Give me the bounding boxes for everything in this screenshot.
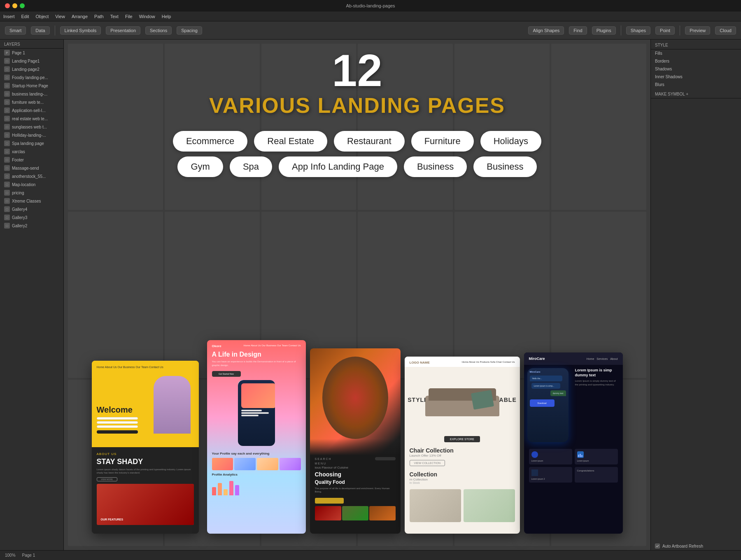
design-profile-text: Your Profile say each and everything [207,449,306,458]
toolbar-sections[interactable]: Sections [145,26,172,35]
minimize-button[interactable] [12,3,17,8]
layer-application[interactable]: □ Application-sell-I... [0,106,63,114]
layer-anotherstock[interactable]: □ anotherstock_55... [0,172,63,180]
layer-business[interactable]: □ business landing-... [0,90,63,98]
tag-business2[interactable]: Business [473,156,536,177]
menu-view[interactable]: View [55,14,65,19]
tag-gym[interactable]: Gym [177,156,223,177]
tag-app-info[interactable]: App Info Landing Page [279,156,397,177]
layer-gallery3[interactable]: □ Gallery3 [0,213,63,222]
menu-insert[interactable]: Insert [3,14,15,19]
close-button[interactable] [5,3,10,8]
layer-realestate[interactable]: □ real estate web te... [0,114,63,123]
tag-spa[interactable]: Spa [230,156,272,177]
menu-help[interactable]: Help [162,14,171,19]
card-furniture[interactable]: LOGO NAME Home About Us Products Sofa Ch… [405,357,520,534]
hero-subtitle: VARIOUS LANDING PAGES [72,93,642,118]
card-app[interactable]: MiroCare Home Services About MiroCare He… [524,352,623,534]
canvas-area[interactable]: 12 VARIOUS LANDING PAGES Ecommerce Real … [64,40,650,550]
submit-button[interactable] [97,430,138,434]
toolbar-preview[interactable]: Preview [685,26,710,35]
toolbar-find[interactable]: Find [569,26,587,35]
form-field-3[interactable] [97,425,138,428]
toolbar-shapes[interactable]: Shapes [626,26,650,35]
phone-line3 [241,415,259,416]
layer-spa[interactable]: □ Spa landing page [0,139,63,147]
app-cta-btn[interactable]: Download [530,399,555,407]
artboard-icon: □ [4,75,10,80]
right-panel-make-symbol[interactable]: MAKE SYMBOL + [651,89,741,98]
artboard-icon: □ [4,58,10,64]
right-panel-fills[interactable]: Fills [651,49,741,57]
card-gym-spa[interactable]: Home About Us Our Business Our Team Cont… [92,361,199,534]
artboard-icon: □ [4,124,10,130]
card-design[interactable]: Okore Home About Us Our Business Our Tea… [207,340,306,534]
menu-object[interactable]: Object [35,14,49,19]
search-bar[interactable] [375,457,396,460]
layer-sunglasses[interactable]: □ sunglasses web t... [0,123,63,131]
right-panel-shadows[interactable]: Shadows [651,65,741,73]
design-phone [238,380,275,446]
food-image [310,348,401,455]
form-field-2[interactable] [97,421,138,424]
layer-landing1[interactable]: □ Landing Page1 [0,57,63,65]
explore-store-button[interactable]: EXPLORE STORE [444,436,480,442]
tag-restaurant[interactable]: Restaurant [334,131,405,152]
layer-xtreme[interactable]: □ Xtreme Classes [0,197,63,205]
toolbar-cloud[interactable]: Cloud [715,26,736,35]
auto-refresh-checkbox[interactable] [655,544,660,548]
layer-map[interactable]: □ Map-location [0,180,63,189]
menu-window[interactable]: Window [139,14,155,19]
layer-xarclas[interactable]: □ xarclas [0,147,63,156]
menu-file[interactable]: File [125,14,133,19]
view-more-button[interactable]: VIEW MORE [97,477,117,481]
toolbar-point[interactable]: Point [655,26,675,35]
right-panel-inner-shadows[interactable]: Inner Shadows [651,73,741,81]
layer-gallery2[interactable]: □ Gallery2 [0,222,63,230]
bubble-1: Hello the... [530,376,562,381]
layer-label: Landing Page1 [12,59,40,63]
menu-arrange[interactable]: Arrange [72,14,88,19]
layer-footer[interactable]: □ Footer [0,156,63,164]
layer-page1[interactable]: P Page 1 [0,49,63,57]
design-cta-button[interactable]: Get Started Now [212,371,241,377]
artboard-icon: □ [4,149,10,154]
tag-holidays[interactable]: Holidays [480,131,541,152]
toolbar-data[interactable]: Data [31,26,49,35]
form-field-1[interactable] [97,417,138,420]
layer-label: xarclas [12,149,25,154]
layer-massage[interactable]: □ Massage-send [0,164,63,172]
card-food[interactable]: SEARCH MENU ious Flavour of Cuisine Choo… [310,348,401,534]
food-cta-button[interactable] [315,498,344,504]
layer-holiday[interactable]: □ Holliday-landing-... [0,131,63,139]
layer-gallery4[interactable]: □ Gallery4 [0,205,63,213]
menu-path[interactable]: Path [94,14,104,19]
toolbar-align-shapes[interactable]: Align Shapes [528,26,564,35]
layer-furniture[interactable]: □ furniture web te... [0,98,63,106]
tag-ecommerce[interactable]: Ecommerce [173,131,247,152]
tag-furniture[interactable]: Furniture [411,131,474,152]
layer-foodiy[interactable]: □ Foodiy landing-pe... [0,73,63,82]
right-panel-blurs[interactable]: Blurs [651,81,741,89]
menu-edit[interactable]: Edit [21,14,29,19]
artboard-icon: □ [4,215,10,220]
right-panel-borders[interactable]: Borders [651,57,741,65]
artboard-icon: □ [4,173,10,179]
toolbar-smart[interactable]: Smart [5,26,26,35]
tag-business1[interactable]: Business [404,156,467,177]
toolbar-plugins[interactable]: Plugins [592,26,616,35]
toolbar-linked-symbols[interactable]: Linked Symbols [60,26,101,35]
layer-landing2[interactable]: □ Landing-page2 [0,65,63,73]
artboard-icon: □ [4,206,10,212]
toolbar-spacing[interactable]: Spacing [177,26,202,35]
tag-realestate[interactable]: Real Estate [254,131,327,152]
toolbar-presentation[interactable]: Presentation [106,26,140,35]
layer-startup[interactable]: □ Startup Home Page [0,82,63,90]
auto-artboard-refresh[interactable]: Auto Artboard Refresh [651,542,741,550]
layer-pricing[interactable]: □ pricing [0,189,63,197]
maximize-button[interactable] [20,3,25,8]
window-controls[interactable] [5,3,25,8]
view-collection-button[interactable]: VIEW COLLECTION [410,460,445,466]
stat-bar-icon [577,451,584,458]
menu-text[interactable]: Text [110,14,119,19]
